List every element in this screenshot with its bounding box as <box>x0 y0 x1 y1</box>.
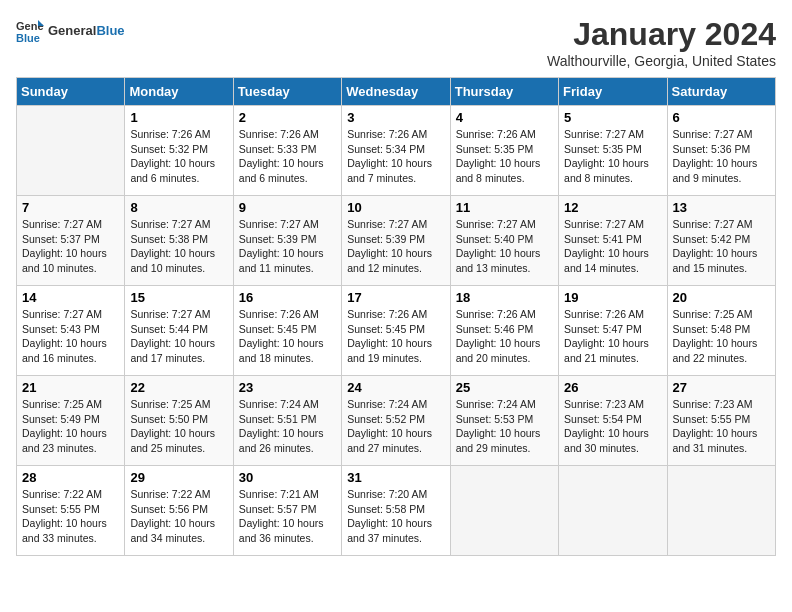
calendar-cell <box>17 106 125 196</box>
day-number: 9 <box>239 200 336 215</box>
day-number: 30 <box>239 470 336 485</box>
day-number: 25 <box>456 380 553 395</box>
subtitle: Walthourville, Georgia, United States <box>547 53 776 69</box>
day-number: 7 <box>22 200 119 215</box>
header-row: SundayMondayTuesdayWednesdayThursdayFrid… <box>17 78 776 106</box>
day-number: 17 <box>347 290 444 305</box>
calendar-cell: 21Sunrise: 7:25 AM Sunset: 5:49 PM Dayli… <box>17 376 125 466</box>
day-number: 28 <box>22 470 119 485</box>
day-info: Sunrise: 7:21 AM Sunset: 5:57 PM Dayligh… <box>239 487 336 546</box>
calendar-cell: 12Sunrise: 7:27 AM Sunset: 5:41 PM Dayli… <box>559 196 667 286</box>
main-title: January 2024 <box>547 16 776 53</box>
day-info: Sunrise: 7:27 AM Sunset: 5:38 PM Dayligh… <box>130 217 227 276</box>
calendar-cell: 2Sunrise: 7:26 AM Sunset: 5:33 PM Daylig… <box>233 106 341 196</box>
calendar-cell: 24Sunrise: 7:24 AM Sunset: 5:52 PM Dayli… <box>342 376 450 466</box>
day-info: Sunrise: 7:27 AM Sunset: 5:36 PM Dayligh… <box>673 127 770 186</box>
day-number: 5 <box>564 110 661 125</box>
day-info: Sunrise: 7:27 AM Sunset: 5:37 PM Dayligh… <box>22 217 119 276</box>
day-info: Sunrise: 7:26 AM Sunset: 5:47 PM Dayligh… <box>564 307 661 366</box>
day-info: Sunrise: 7:27 AM Sunset: 5:39 PM Dayligh… <box>347 217 444 276</box>
day-number: 27 <box>673 380 770 395</box>
calendar-cell: 1Sunrise: 7:26 AM Sunset: 5:32 PM Daylig… <box>125 106 233 196</box>
day-info: Sunrise: 7:27 AM Sunset: 5:43 PM Dayligh… <box>22 307 119 366</box>
calendar-cell: 22Sunrise: 7:25 AM Sunset: 5:50 PM Dayli… <box>125 376 233 466</box>
day-number: 22 <box>130 380 227 395</box>
day-info: Sunrise: 7:26 AM Sunset: 5:32 PM Dayligh… <box>130 127 227 186</box>
day-number: 6 <box>673 110 770 125</box>
day-number: 12 <box>564 200 661 215</box>
week-row: 21Sunrise: 7:25 AM Sunset: 5:49 PM Dayli… <box>17 376 776 466</box>
day-number: 4 <box>456 110 553 125</box>
day-number: 21 <box>22 380 119 395</box>
calendar-cell: 3Sunrise: 7:26 AM Sunset: 5:34 PM Daylig… <box>342 106 450 196</box>
day-number: 10 <box>347 200 444 215</box>
day-info: Sunrise: 7:26 AM Sunset: 5:46 PM Dayligh… <box>456 307 553 366</box>
calendar-cell: 20Sunrise: 7:25 AM Sunset: 5:48 PM Dayli… <box>667 286 775 376</box>
calendar-cell: 14Sunrise: 7:27 AM Sunset: 5:43 PM Dayli… <box>17 286 125 376</box>
calendar-table: SundayMondayTuesdayWednesdayThursdayFrid… <box>16 77 776 556</box>
day-info: Sunrise: 7:22 AM Sunset: 5:56 PM Dayligh… <box>130 487 227 546</box>
day-number: 16 <box>239 290 336 305</box>
day-number: 24 <box>347 380 444 395</box>
day-header-wednesday: Wednesday <box>342 78 450 106</box>
day-number: 29 <box>130 470 227 485</box>
week-row: 28Sunrise: 7:22 AM Sunset: 5:55 PM Dayli… <box>17 466 776 556</box>
calendar-cell: 11Sunrise: 7:27 AM Sunset: 5:40 PM Dayli… <box>450 196 558 286</box>
day-info: Sunrise: 7:26 AM Sunset: 5:34 PM Dayligh… <box>347 127 444 186</box>
calendar-cell: 31Sunrise: 7:20 AM Sunset: 5:58 PM Dayli… <box>342 466 450 556</box>
calendar-cell: 28Sunrise: 7:22 AM Sunset: 5:55 PM Dayli… <box>17 466 125 556</box>
calendar-cell: 25Sunrise: 7:24 AM Sunset: 5:53 PM Dayli… <box>450 376 558 466</box>
day-info: Sunrise: 7:26 AM Sunset: 5:35 PM Dayligh… <box>456 127 553 186</box>
calendar-cell: 6Sunrise: 7:27 AM Sunset: 5:36 PM Daylig… <box>667 106 775 196</box>
calendar-cell: 27Sunrise: 7:23 AM Sunset: 5:55 PM Dayli… <box>667 376 775 466</box>
day-number: 20 <box>673 290 770 305</box>
calendar-cell: 26Sunrise: 7:23 AM Sunset: 5:54 PM Dayli… <box>559 376 667 466</box>
day-number: 14 <box>22 290 119 305</box>
day-number: 13 <box>673 200 770 215</box>
day-info: Sunrise: 7:25 AM Sunset: 5:49 PM Dayligh… <box>22 397 119 456</box>
calendar-cell <box>559 466 667 556</box>
day-info: Sunrise: 7:27 AM Sunset: 5:35 PM Dayligh… <box>564 127 661 186</box>
day-header-monday: Monday <box>125 78 233 106</box>
day-header-tuesday: Tuesday <box>233 78 341 106</box>
day-number: 11 <box>456 200 553 215</box>
page-header: General Blue GeneralBlue January 2024 Wa… <box>16 16 776 69</box>
week-row: 1Sunrise: 7:26 AM Sunset: 5:32 PM Daylig… <box>17 106 776 196</box>
day-info: Sunrise: 7:24 AM Sunset: 5:51 PM Dayligh… <box>239 397 336 456</box>
calendar-cell: 13Sunrise: 7:27 AM Sunset: 5:42 PM Dayli… <box>667 196 775 286</box>
logo: General Blue GeneralBlue <box>16 16 125 44</box>
calendar-cell: 30Sunrise: 7:21 AM Sunset: 5:57 PM Dayli… <box>233 466 341 556</box>
week-row: 14Sunrise: 7:27 AM Sunset: 5:43 PM Dayli… <box>17 286 776 376</box>
day-number: 2 <box>239 110 336 125</box>
calendar-cell: 5Sunrise: 7:27 AM Sunset: 5:35 PM Daylig… <box>559 106 667 196</box>
calendar-cell: 16Sunrise: 7:26 AM Sunset: 5:45 PM Dayli… <box>233 286 341 376</box>
day-header-thursday: Thursday <box>450 78 558 106</box>
title-block: January 2024 Walthourville, Georgia, Uni… <box>547 16 776 69</box>
day-header-sunday: Sunday <box>17 78 125 106</box>
logo-icon: General Blue <box>16 16 44 44</box>
day-info: Sunrise: 7:25 AM Sunset: 5:48 PM Dayligh… <box>673 307 770 366</box>
day-info: Sunrise: 7:20 AM Sunset: 5:58 PM Dayligh… <box>347 487 444 546</box>
calendar-cell: 19Sunrise: 7:26 AM Sunset: 5:47 PM Dayli… <box>559 286 667 376</box>
day-number: 23 <box>239 380 336 395</box>
day-number: 31 <box>347 470 444 485</box>
day-info: Sunrise: 7:27 AM Sunset: 5:41 PM Dayligh… <box>564 217 661 276</box>
calendar-cell: 4Sunrise: 7:26 AM Sunset: 5:35 PM Daylig… <box>450 106 558 196</box>
day-info: Sunrise: 7:26 AM Sunset: 5:45 PM Dayligh… <box>239 307 336 366</box>
day-number: 18 <box>456 290 553 305</box>
week-row: 7Sunrise: 7:27 AM Sunset: 5:37 PM Daylig… <box>17 196 776 286</box>
calendar-cell <box>450 466 558 556</box>
calendar-cell: 8Sunrise: 7:27 AM Sunset: 5:38 PM Daylig… <box>125 196 233 286</box>
calendar-cell: 10Sunrise: 7:27 AM Sunset: 5:39 PM Dayli… <box>342 196 450 286</box>
day-info: Sunrise: 7:24 AM Sunset: 5:52 PM Dayligh… <box>347 397 444 456</box>
day-info: Sunrise: 7:22 AM Sunset: 5:55 PM Dayligh… <box>22 487 119 546</box>
day-info: Sunrise: 7:27 AM Sunset: 5:44 PM Dayligh… <box>130 307 227 366</box>
calendar-cell: 17Sunrise: 7:26 AM Sunset: 5:45 PM Dayli… <box>342 286 450 376</box>
calendar-cell: 23Sunrise: 7:24 AM Sunset: 5:51 PM Dayli… <box>233 376 341 466</box>
logo-text: GeneralBlue <box>48 23 125 38</box>
day-info: Sunrise: 7:24 AM Sunset: 5:53 PM Dayligh… <box>456 397 553 456</box>
day-number: 3 <box>347 110 444 125</box>
day-info: Sunrise: 7:23 AM Sunset: 5:54 PM Dayligh… <box>564 397 661 456</box>
day-info: Sunrise: 7:27 AM Sunset: 5:42 PM Dayligh… <box>673 217 770 276</box>
day-header-saturday: Saturday <box>667 78 775 106</box>
